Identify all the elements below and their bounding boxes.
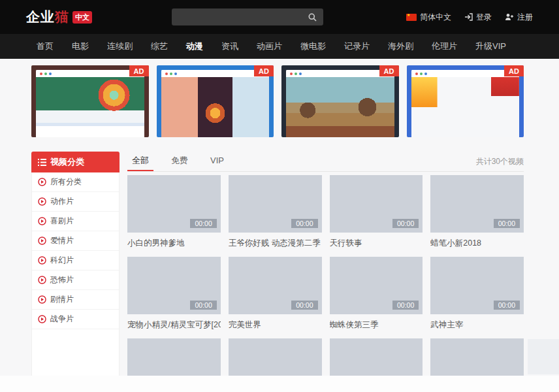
- sidebar-header: 视频分类: [31, 152, 120, 172]
- nav-item-ethics[interactable]: 伦理片: [423, 34, 466, 59]
- video-thumbnail: 00:00: [430, 175, 524, 233]
- sidebar-item-comedy[interactable]: 喜剧片: [32, 212, 119, 231]
- page-footer: [0, 376, 559, 392]
- play-circle-icon: [38, 295, 46, 304]
- list-icon: [38, 159, 46, 166]
- sidebar-item-war[interactable]: 战争片: [32, 310, 119, 329]
- duration-badge: 00:00: [190, 301, 216, 310]
- banner-image: [161, 70, 270, 137]
- video-count-text: 共计30个视频: [476, 156, 524, 167]
- browser-dots-icon: [411, 70, 520, 77]
- search-icon: [308, 13, 317, 22]
- banner-image: [286, 70, 394, 137]
- nav-item-home[interactable]: 首页: [27, 34, 63, 59]
- play-circle-icon: [38, 256, 46, 265]
- ad-banner-2[interactable]: AD: [157, 65, 274, 137]
- video-card[interactable]: 00:00 王爷你好贱 动态漫第二季: [229, 175, 322, 257]
- language-label: 简体中文: [420, 12, 451, 23]
- nav-item-microfilm[interactable]: 微电影: [291, 34, 335, 59]
- content-area: 视频分类 所有分类 动作片 喜剧片 爱情片 科幻片: [31, 152, 524, 376]
- nav-item-variety[interactable]: 综艺: [142, 34, 177, 59]
- search-input[interactable]: [172, 12, 306, 22]
- login-label: 登录: [476, 12, 492, 23]
- video-card-partial[interactable]: [127, 338, 221, 376]
- sidebar-item-horror[interactable]: 恐怖片: [32, 270, 119, 290]
- video-thumbnail: [330, 338, 423, 376]
- nav-item-series[interactable]: 连续剧: [98, 34, 142, 59]
- sidebar-title: 视频分类: [50, 156, 84, 168]
- banner-image: [36, 70, 144, 137]
- duration-badge: 00:00: [392, 301, 419, 310]
- browser-dots-icon: [286, 70, 394, 77]
- video-card[interactable]: 00:00 完美世界: [229, 257, 322, 338]
- tab-all[interactable]: 全部: [127, 152, 153, 171]
- video-section: 全部 免费 VIP 共计30个视频 00:00 小白的男神爹地 00:00 王爷…: [127, 152, 524, 376]
- video-title: 宠物小精灵/精灵宝可梦[2019]: [127, 319, 221, 331]
- video-card[interactable]: 00:00 宠物小精灵/精灵宝可梦[2019]: [127, 257, 221, 338]
- sidebar-item-action[interactable]: 动作片: [32, 192, 119, 212]
- category-list: 所有分类 动作片 喜剧片 爱情片 科幻片 恐怖片: [31, 172, 120, 376]
- sidebar-empty-block: [32, 329, 119, 376]
- video-card[interactable]: 00:00 蜘蛛侠第三季: [330, 257, 423, 338]
- duration-badge: 00:00: [190, 219, 216, 228]
- video-title: 蜘蛛侠第三季: [330, 319, 423, 331]
- video-card[interactable]: 00:00 小白的男神爹地: [127, 175, 221, 257]
- nav-item-movies[interactable]: 电影: [63, 34, 98, 59]
- main-nav: 首页 电影 连续剧 综艺 动漫 资讯 动画片 微电影 记录片 海外剧 伦理片 升…: [0, 34, 559, 59]
- browser-dots-icon: [161, 70, 270, 77]
- video-card-partial[interactable]: [229, 338, 322, 376]
- ad-badge: AD: [254, 65, 274, 76]
- language-link[interactable]: 简体中文: [406, 12, 451, 23]
- ad-badge: AD: [129, 65, 149, 76]
- ad-banner-strip: AD AD AD AD: [31, 65, 524, 137]
- video-thumbnail: 00:00: [127, 257, 221, 314]
- register-label: 注册: [517, 12, 533, 23]
- video-title: 武神主宰: [430, 319, 524, 331]
- video-thumbnail: 00:00: [330, 175, 423, 233]
- nav-item-anime[interactable]: 动漫: [177, 34, 212, 59]
- video-title: 小白的男神爹地: [127, 238, 221, 249]
- sidebar-item-romance[interactable]: 爱情片: [32, 231, 119, 251]
- video-card[interactable]: 00:00 蜡笔小新2018: [430, 175, 524, 257]
- sidebar-item-scifi[interactable]: 科幻片: [32, 251, 119, 270]
- video-title: 蜡笔小新2018: [430, 238, 524, 249]
- sidebar-item-drama[interactable]: 剧情片: [32, 290, 119, 310]
- ad-badge: AD: [504, 65, 524, 76]
- register-link[interactable]: 注册: [505, 12, 533, 23]
- sidebar-item-all-categories[interactable]: 所有分类: [32, 172, 119, 192]
- search-button[interactable]: [306, 13, 323, 22]
- tab-vip[interactable]: VIP: [206, 152, 229, 171]
- nav-item-overseas[interactable]: 海外剧: [379, 34, 423, 59]
- video-card[interactable]: 00:00 天行轶事: [330, 175, 423, 257]
- logo-badge: 中文: [72, 11, 92, 24]
- china-flag-icon: [406, 14, 417, 21]
- nav-item-cartoon[interactable]: 动画片: [248, 34, 291, 59]
- play-circle-icon: [38, 217, 46, 225]
- video-thumbnail: 00:00: [127, 175, 221, 233]
- nav-item-news[interactable]: 资讯: [212, 34, 248, 59]
- register-icon: [505, 13, 514, 21]
- play-circle-icon: [38, 276, 46, 284]
- ad-banner-4[interactable]: AD: [407, 65, 524, 137]
- video-thumbnail: 00:00: [430, 257, 524, 314]
- ad-banner-1[interactable]: AD: [31, 65, 149, 137]
- video-thumbnail: 00:00: [330, 257, 423, 314]
- duration-badge: 00:00: [494, 219, 520, 228]
- video-card-partial[interactable]: [430, 338, 524, 376]
- video-card[interactable]: 00:00 武神主宰: [430, 257, 524, 338]
- tab-free[interactable]: 免费: [167, 152, 193, 171]
- ad-banner-3[interactable]: AD: [281, 65, 399, 137]
- video-title: 完美世界: [229, 319, 322, 331]
- video-card-partial[interactable]: [330, 338, 423, 376]
- nav-item-upgrade-vip[interactable]: 升级VIP: [466, 34, 515, 59]
- login-link[interactable]: 登录: [464, 12, 492, 23]
- video-thumbnail: [127, 338, 221, 376]
- duration-badge: 00:00: [494, 301, 520, 310]
- video-thumbnail: 00:00: [229, 257, 322, 314]
- video-thumbnail: [229, 338, 322, 376]
- nav-item-documentary[interactable]: 记录片: [335, 34, 379, 59]
- site-logo[interactable]: 企业猫 中文: [26, 8, 92, 26]
- play-circle-icon: [38, 237, 46, 245]
- duration-badge: 00:00: [291, 301, 317, 310]
- video-thumbnail: 00:00: [229, 175, 322, 233]
